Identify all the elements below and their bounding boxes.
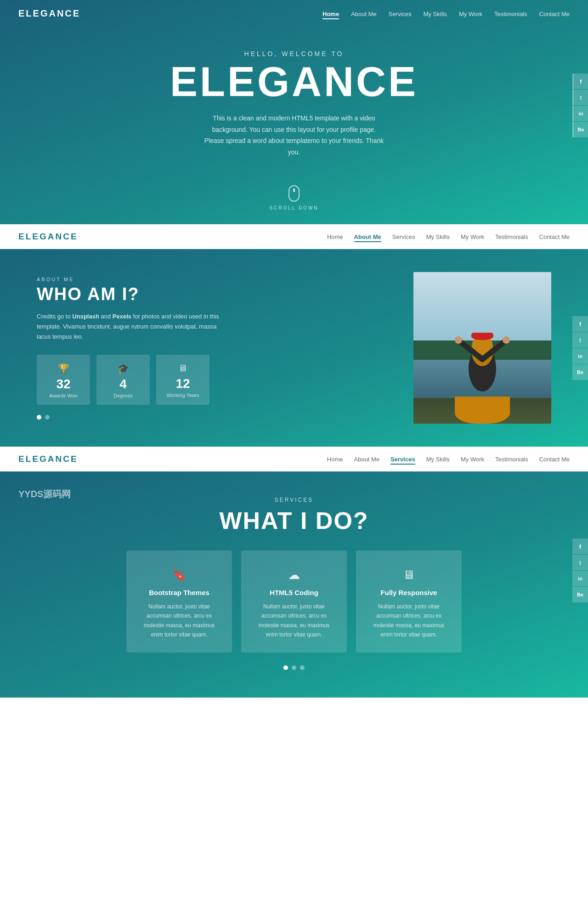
about-label: ABOUT ME xyxy=(37,277,377,282)
years-label: Working Years xyxy=(164,392,201,398)
scroll-dot xyxy=(293,188,295,192)
social-linkedin-1[interactable]: in xyxy=(572,106,588,121)
stats-grid: 🏆 32 Awards Won 🎓 4 Degrees 🖥 12 Working… xyxy=(37,355,377,405)
nav-testimonials-1[interactable]: Testimonials xyxy=(494,11,527,17)
service-card-html5: ☁ HTML5 Coding Nullam auctor, justo vita… xyxy=(241,550,347,653)
years-icon: 🖥 xyxy=(164,363,201,374)
services-dots xyxy=(0,665,588,670)
social-behance-3[interactable]: Be xyxy=(572,587,588,602)
hero-subtitle: HELLO, WELCOME TO xyxy=(244,50,344,57)
awards-icon: 🏆 xyxy=(45,363,82,374)
stat-awards: 🏆 32 Awards Won xyxy=(37,355,90,405)
dot-1[interactable] xyxy=(37,415,41,420)
nav-work-2[interactable]: My Work xyxy=(461,233,484,240)
social-sidebar-1: f t in Be xyxy=(572,74,588,137)
bootstrap-icon: 🔖 xyxy=(139,568,219,582)
service-card-responsive: 🖥 Fully Responsive Nullam auctor, justo … xyxy=(356,550,462,653)
navbar-1: ELEGANCE Home About Me Services My Skill… xyxy=(0,0,588,27)
navbar-3: ELEGANCE Home About Me Services My Skill… xyxy=(0,447,588,471)
responsive-icon: 🖥 xyxy=(369,568,449,582)
hero-title: ELEGANCE xyxy=(170,61,418,102)
stat-years: 🖥 12 Working Years xyxy=(156,355,209,405)
nav-home-2[interactable]: Home xyxy=(327,233,343,240)
services-header: SERVICES WHAT I DO? xyxy=(0,471,588,550)
social-twitter-3[interactable]: t xyxy=(572,555,588,570)
hero-description: This is a clean and modern HTML5 templat… xyxy=(202,113,386,158)
nav-services-1[interactable]: Services xyxy=(389,11,412,17)
degrees-number: 4 xyxy=(105,378,141,391)
responsive-text: Nullam auctor, justo vitae accumsan ultr… xyxy=(369,602,449,640)
years-number: 12 xyxy=(164,377,201,390)
about-title: WHO AM I? xyxy=(37,284,377,304)
scroll-down[interactable]: SCROLL DOWN xyxy=(269,185,318,210)
about-unsplash: Unsplash xyxy=(72,313,99,320)
svg-point-5 xyxy=(455,336,462,344)
nav-contact-1[interactable]: Contact Me xyxy=(539,11,570,17)
about-dots xyxy=(37,415,377,420)
nav-services-2[interactable]: Services xyxy=(392,233,415,240)
about-left: ABOUT ME WHO AM I? Credits go to Unsplas… xyxy=(37,272,377,420)
about-photo xyxy=(413,272,551,424)
nav-about-2[interactable]: About Me xyxy=(354,233,381,242)
nav-testimonials-3[interactable]: Testimonials xyxy=(495,456,528,463)
nav-services-3[interactable]: Services xyxy=(390,456,415,465)
social-sidebar-3: f t in Be xyxy=(572,539,588,602)
nav-work-3[interactable]: My Work xyxy=(461,456,484,463)
social-behance-1[interactable]: Be xyxy=(572,122,588,137)
service-dot-3[interactable] xyxy=(300,665,305,670)
awards-label: Awards Won xyxy=(45,393,82,398)
about-pexels: Pexels xyxy=(113,313,131,320)
hero-section: ELEGANCE Home About Me Services My Skill… xyxy=(0,0,588,224)
nav-skills-1[interactable]: My Skills xyxy=(424,11,447,17)
awards-number: 32 xyxy=(45,378,82,391)
about-image-wrapper xyxy=(413,272,551,424)
degrees-icon: 🎓 xyxy=(105,363,141,374)
logo-2: ELEGANCE xyxy=(18,232,78,242)
social-behance-2[interactable]: Be xyxy=(572,364,588,380)
nav-home-3[interactable]: Home xyxy=(327,456,343,463)
stat-degrees: 🎓 4 Degrees xyxy=(96,355,150,405)
responsive-title: Fully Responsive xyxy=(369,589,449,596)
social-linkedin-2[interactable]: in xyxy=(572,348,588,364)
social-sidebar-2: f t in Be xyxy=(572,316,588,380)
social-twitter-1[interactable]: t xyxy=(572,90,588,105)
logo-3: ELEGANCE xyxy=(18,454,78,464)
about-text: Credits go to Unsplash and Pexels for ph… xyxy=(37,312,220,342)
html5-text: Nullam auctor, justo vitae accumsan ultr… xyxy=(254,602,334,640)
dot-2[interactable] xyxy=(45,415,50,420)
nav-about-1[interactable]: About Me xyxy=(351,11,377,17)
nav-skills-3[interactable]: My Skills xyxy=(426,456,450,463)
social-facebook-2[interactable]: f xyxy=(572,316,588,332)
about-inner: ABOUT ME WHO AM I? Credits go to Unsplas… xyxy=(0,249,588,424)
nav-contact-3[interactable]: Contact Me xyxy=(539,456,570,463)
services-title: WHAT I DO? xyxy=(9,507,579,534)
social-facebook-3[interactable]: f xyxy=(572,539,588,554)
bootstrap-title: Bootstrap Themes xyxy=(139,589,219,596)
svg-rect-8 xyxy=(471,333,493,338)
service-dot-1[interactable] xyxy=(283,665,288,670)
nav-skills-2[interactable]: My Skills xyxy=(426,233,450,240)
nav-testimonials-2[interactable]: Testimonials xyxy=(495,233,528,240)
about-section: ELEGANCE Home About Me Services My Skill… xyxy=(0,224,588,447)
nav-links-1: Home About Me Services My Skills My Work… xyxy=(322,10,570,18)
html5-icon: ☁ xyxy=(254,568,334,582)
logo-1: ELEGANCE xyxy=(18,8,80,19)
bootstrap-text: Nullam auctor, justo vitae accumsan ultr… xyxy=(139,602,219,640)
social-facebook-1[interactable]: f xyxy=(572,74,588,89)
degrees-label: Degrees xyxy=(105,393,141,398)
services-label: SERVICES xyxy=(9,497,579,503)
services-section: ELEGANCE Home About Me Services My Skill… xyxy=(0,447,588,698)
nav-work-1[interactable]: My Work xyxy=(459,11,482,17)
navbar-2: ELEGANCE Home About Me Services My Skill… xyxy=(0,224,588,249)
services-cards: 🔖 Bootstrap Themes Nullam auctor, justo … xyxy=(0,550,588,653)
nav-about-3[interactable]: About Me xyxy=(354,456,380,463)
hero-content: HELLO, WELCOME TO ELEGANCE This is a cle… xyxy=(0,27,588,224)
nav-home-1[interactable]: Home xyxy=(322,11,339,19)
scroll-icon xyxy=(288,185,300,202)
svg-point-6 xyxy=(503,336,510,344)
nav-contact-2[interactable]: Contact Me xyxy=(539,233,570,240)
service-dot-2[interactable] xyxy=(292,665,296,670)
scroll-label: SCROLL DOWN xyxy=(269,205,318,210)
social-linkedin-3[interactable]: in xyxy=(572,571,588,586)
social-twitter-2[interactable]: t xyxy=(572,332,588,348)
